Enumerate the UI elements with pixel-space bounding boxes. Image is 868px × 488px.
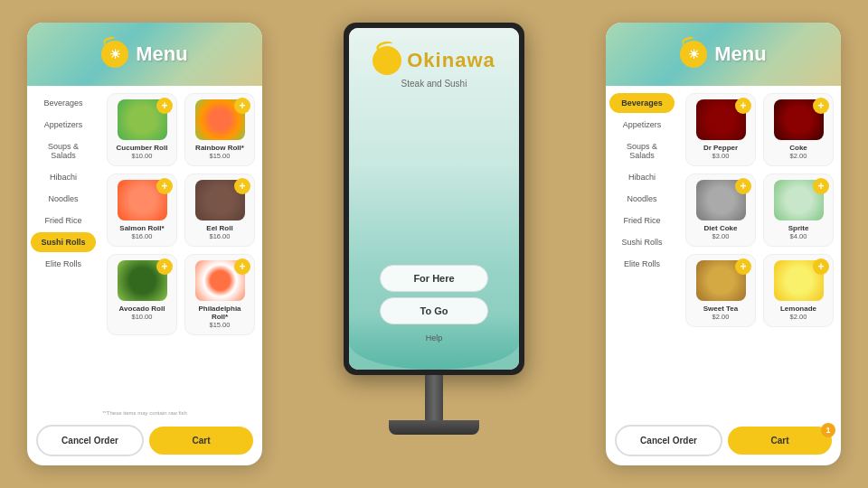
add-sprite-button[interactable]: + [813,178,829,194]
dietcoke-name: Diet Coke [704,224,738,232]
kiosk-screen-top: Okinawa Steak and Sushi For Here To Go H… [349,28,519,370]
left-disclaimer: **These items may contain raw fish [36,408,253,418]
right-sidebar-appetizers[interactable]: Appetizers [606,115,678,135]
cucumber-roll-price: $10.00 [132,152,153,160]
sidebar-item-friedrice[interactable]: Fried Rice [27,211,99,230]
drpepper-name: Dr Pepper [703,144,738,152]
coke-name: Coke [789,144,807,152]
menu-item-cucumber: + Cucumber Roll $10.00 [107,93,177,166]
drpepper-price: $3.00 [712,152,730,160]
lemonade-price: $2.00 [790,313,807,321]
menu-item-sweetea: + Sweet Tea $2.00 [685,254,756,327]
add-sweetea-button[interactable]: + [735,258,751,275]
menu-item-coke: + Coke $2.00 [763,93,834,166]
right-menu-title: Menu [714,42,766,66]
sidebar-item-beverages[interactable]: Beverages [27,93,99,113]
right-cancel-button[interactable]: Cancel Order [615,425,722,456]
kiosk-logo: Okinawa [373,46,495,75]
kiosk-base [389,420,479,435]
salmon-roll-price: $16.00 [132,232,153,240]
menu-item-sprite: + Sprite $4.00 [763,174,834,247]
right-menu-tablet: ☀ Menu Beverages Appetizers Soups & Sala… [606,23,841,465]
sidebar-item-soups[interactable]: Soups & Salads [27,136,99,165]
right-menu-header: ☀ Menu [606,23,841,86]
left-menu-title: Menu [136,42,187,66]
right-sidebar-elite[interactable]: Elite Rolls [606,254,678,274]
kiosk-logo-area: Okinawa Steak and Sushi [373,46,495,89]
for-here-button[interactable]: For Here [380,265,488,292]
right-cart-button[interactable]: Cart 1 [728,427,832,455]
right-logo-icon: ☀ [680,41,707,68]
add-salmon-button[interactable]: + [156,178,173,194]
right-menu-content: + Dr Pepper $3.00 + Coke $2.00 + Diet Co… [678,86,841,418]
kiosk-frame: Okinawa Steak and Sushi For Here To Go H… [344,23,524,375]
add-lemonade-button[interactable]: + [813,258,829,275]
left-cancel-button[interactable]: Cancel Order [36,425,144,456]
left-sidebar: Beverages Appetizers Soups & Salads Hiba… [27,86,99,405]
kiosk-buttons: For Here To Go Help [349,265,519,343]
right-menu-body: Beverages Appetizers Soups & Salads Hiba… [606,86,841,418]
left-menu-tablet: ☀ Menu Beverages Appetizers Soups & Sala… [27,23,262,465]
add-dietcoke-button[interactable]: + [735,178,751,194]
left-menu-content: + Cucumber Roll $10.00 + Rainbow Roll* $… [99,86,262,405]
menu-item-lemonade: + Lemonade $2.00 [763,254,834,327]
kiosk-brand-name: Okinawa [407,49,495,72]
philly-roll-name: Philadelphia Roll* [191,305,249,321]
kiosk-help-label[interactable]: Help [426,333,443,343]
add-philly-button[interactable]: + [234,258,250,275]
left-menu-header: ☀ Menu [27,23,262,86]
sprite-name: Sprite [788,224,809,232]
kiosk-stand [425,375,443,420]
add-eel-button[interactable]: + [234,178,250,194]
sprite-price: $4.00 [790,232,807,240]
sidebar-item-hibachi[interactable]: Hibachi [27,167,99,187]
left-footer-wrap: **These items may contain raw fish [27,405,262,418]
add-avocado-button[interactable]: + [156,258,173,275]
left-menu-footer: Cancel Order Cart [27,418,262,465]
cucumber-roll-name: Cucumber Roll [117,144,168,152]
center-kiosk: Okinawa Steak and Sushi For Here To Go H… [330,23,538,465]
scene: ☀ Menu Beverages Appetizers Soups & Sala… [0,0,868,488]
avocado-roll-price: $10.00 [132,313,153,321]
sweetea-price: $2.00 [712,313,730,321]
coke-price: $2.00 [790,152,807,160]
menu-item-eel: + Eel Roll $16.00 [184,174,255,247]
menu-item-salmon: + Salmon Roll* $16.00 [107,174,177,247]
left-menu-body: Beverages Appetizers Soups & Salads Hiba… [27,86,262,405]
sidebar-item-sushi[interactable]: Sushi Rolls [31,232,96,252]
sweetea-name: Sweet Tea [703,305,739,313]
right-sidebar-sushi[interactable]: Sushi Rolls [606,232,678,252]
eel-roll-name: Eel Roll [206,224,232,232]
right-sidebar-beverages[interactable]: Beverages [609,93,675,113]
add-rainbow-button[interactable]: + [234,98,250,114]
menu-item-philly: + Philadelphia Roll* $15.00 [184,254,255,335]
sidebar-item-noodles[interactable]: Noodles [27,189,99,209]
philly-roll-price: $15.00 [210,321,231,329]
kiosk-subtitle: Steak and Sushi [401,79,467,89]
menu-item-dietcoke: + Diet Coke $2.00 [685,174,756,247]
right-sidebar-noodles[interactable]: Noodles [606,189,678,209]
avocado-roll-name: Avocado Roll [119,305,165,313]
right-sidebar-soups[interactable]: Soups & Salads [606,136,678,165]
right-sidebar-friedrice[interactable]: Fried Rice [606,211,678,230]
menu-item-rainbow: + Rainbow Roll* $15.00 [184,93,255,166]
cart-badge: 1 [821,423,835,437]
eel-roll-price: $16.00 [210,232,231,240]
menu-item-avocado: + Avocado Roll $10.00 [107,254,177,335]
rainbow-roll-price: $15.00 [210,152,231,160]
right-sidebar-hibachi[interactable]: Hibachi [606,167,678,187]
right-menu-footer: Cancel Order Cart 1 [606,418,841,465]
right-sidebar: Beverages Appetizers Soups & Salads Hiba… [606,86,678,418]
to-go-button[interactable]: To Go [380,297,488,324]
sidebar-item-elite[interactable]: Elite Rolls [27,254,99,274]
dietcoke-price: $2.00 [712,232,730,240]
add-cucumber-button[interactable]: + [156,98,173,114]
lemonade-name: Lemonade [780,305,816,313]
menu-item-drpepper: + Dr Pepper $3.00 [685,93,756,166]
rainbow-roll-name: Rainbow Roll* [195,144,244,152]
add-coke-button[interactable]: + [813,98,829,114]
left-cart-button[interactable]: Cart [149,427,253,455]
sidebar-item-appetizers[interactable]: Appetizers [27,115,99,135]
add-drpepper-button[interactable]: + [735,98,751,114]
left-logo-icon: ☀ [101,41,128,68]
